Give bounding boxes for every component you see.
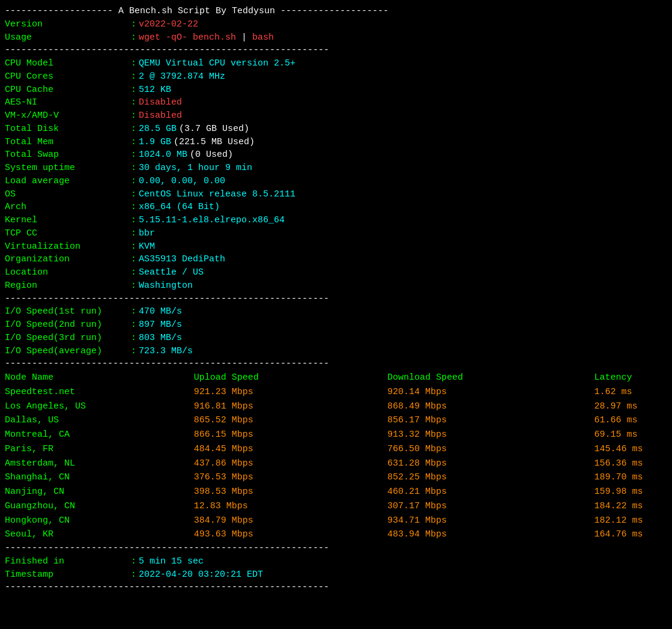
network-latency-6: 189.70 ms bbox=[595, 470, 667, 485]
network-row: Dallas, US865.52 Mbps856.17 Mbps61.66 ms bbox=[5, 413, 667, 428]
total-swap-row: Total Swap : 1024.0 MB (0 Used) bbox=[5, 148, 667, 162]
location-row: Location : Seattle / US bbox=[5, 266, 667, 279]
network-download-8: 307.17 Mbps bbox=[387, 499, 595, 514]
title-line: -------------------- A Bench.sh Script B… bbox=[5, 5, 667, 18]
uptime-label: System uptime bbox=[5, 162, 131, 175]
version-row: Version : v2022-02-22 bbox=[5, 18, 667, 31]
network-latency-4: 145.46 ms bbox=[595, 442, 667, 457]
network-node-6: Shanghai, CN bbox=[5, 470, 194, 485]
timestamp-value: 2022-04-20 03:20:21 EDT bbox=[139, 568, 263, 582]
tcp-row: TCP CC : bbr bbox=[5, 227, 667, 240]
cpu-cache-row: CPU Cache : 512 KB bbox=[5, 84, 667, 97]
network-download-7: 460.21 Mbps bbox=[387, 485, 595, 499]
divider-4: ----------------------------------------… bbox=[5, 542, 667, 555]
os-label: OS bbox=[5, 188, 131, 201]
io-run2-value: 897 MB/s bbox=[139, 318, 182, 332]
total-disk-row: Total Disk : 28.5 GB (3.7 GB Used) bbox=[5, 123, 667, 136]
virt-label: Virtualization bbox=[5, 240, 131, 254]
network-node-9: Hongkong, CN bbox=[5, 514, 194, 528]
network-download-6: 852.25 Mbps bbox=[387, 470, 595, 485]
total-mem-extra: (221.5 MB Used) bbox=[174, 136, 255, 149]
col-latency-header: Latency bbox=[595, 371, 667, 385]
network-upload-6: 376.53 Mbps bbox=[194, 470, 387, 485]
version-label: Version bbox=[5, 18, 131, 31]
cpu-cache-value: 512 KB bbox=[139, 84, 171, 97]
network-row: Paris, FR484.45 Mbps766.50 Mbps145.46 ms bbox=[5, 442, 667, 457]
network-row: Speedtest.net921.23 Mbps920.14 Mbps1.62 … bbox=[5, 385, 667, 400]
col-upload-header: Upload Speed bbox=[194, 371, 387, 385]
io-run1-value: 470 MB/s bbox=[139, 305, 182, 318]
network-upload-9: 384.79 Mbps bbox=[194, 514, 387, 528]
network-upload-5: 437.86 Mbps bbox=[194, 457, 387, 471]
divider-1: ----------------------------------------… bbox=[5, 44, 667, 57]
io-run2-row: I/O Speed(2nd run) : 897 MB/s bbox=[5, 318, 667, 332]
network-upload-8: 12.83 Mbps bbox=[194, 499, 387, 514]
network-upload-2: 865.52 Mbps bbox=[194, 413, 387, 428]
aes-ni-row: AES-NI : Disabled bbox=[5, 96, 667, 109]
virt-row: Virtualization : KVM bbox=[5, 240, 667, 254]
cpu-model-row: CPU Model : QEMU Virtual CPU version 2.5… bbox=[5, 57, 667, 70]
network-upload-1: 916.81 Mbps bbox=[194, 400, 387, 414]
kernel-label: Kernel bbox=[5, 214, 131, 227]
virt-value: KVM bbox=[139, 240, 155, 254]
total-mem-value: 1.9 GB bbox=[139, 136, 171, 149]
io-run2-label: I/O Speed(2nd run) bbox=[5, 318, 131, 332]
total-mem-label: Total Mem bbox=[5, 136, 131, 149]
total-swap-value: 1024.0 MB bbox=[139, 148, 187, 162]
finished-row: Finished in : 5 min 15 sec bbox=[5, 555, 667, 568]
io-run1-label: I/O Speed(1st run) bbox=[5, 305, 131, 318]
org-value: AS35913 DediPath bbox=[139, 253, 225, 266]
usage-row: Usage : wget -qO- bench.sh | bash bbox=[5, 31, 667, 44]
os-value: CentOS Linux release 8.5.2111 bbox=[139, 188, 295, 201]
vm-row: VM-x/AMD-V : Disabled bbox=[5, 109, 667, 123]
cpu-model-label: CPU Model bbox=[5, 57, 131, 70]
kernel-value: 5.15.11-1.el8.elrepo.x86_64 bbox=[139, 214, 285, 227]
network-download-1: 868.49 Mbps bbox=[387, 400, 595, 414]
network-row: Seoul, KR493.63 Mbps483.94 Mbps164.76 ms bbox=[5, 527, 667, 542]
arch-value: x86_64 (64 Bit) bbox=[139, 201, 220, 214]
load-value: 0.00, 0.00, 0.00 bbox=[139, 175, 225, 188]
cpu-cores-label: CPU Cores bbox=[5, 70, 131, 84]
network-upload-4: 484.45 Mbps bbox=[194, 442, 387, 457]
network-row: Nanjing, CN398.53 Mbps460.21 Mbps159.98 … bbox=[5, 485, 667, 499]
version-value: v2022-02-22 bbox=[139, 18, 198, 31]
network-table: Node Name Upload Speed Download Speed La… bbox=[5, 371, 667, 542]
finished-value: 5 min 15 sec bbox=[139, 555, 204, 568]
usage-label: Usage bbox=[5, 31, 131, 44]
network-download-4: 766.50 Mbps bbox=[387, 442, 595, 457]
load-row: Load average : 0.00, 0.00, 0.00 bbox=[5, 175, 667, 188]
network-row: Hongkong, CN384.79 Mbps934.71 Mbps182.12… bbox=[5, 514, 667, 528]
network-row: Montreal, CA866.15 Mbps913.32 Mbps69.15 … bbox=[5, 428, 667, 442]
arch-label: Arch bbox=[5, 201, 131, 214]
network-node-0: Speedtest.net bbox=[5, 385, 194, 400]
network-upload-7: 398.53 Mbps bbox=[194, 485, 387, 499]
os-row: OS : CentOS Linux release 8.5.2111 bbox=[5, 188, 667, 201]
total-swap-extra: (0 Used) bbox=[190, 148, 233, 162]
vm-label: VM-x/AMD-V bbox=[5, 109, 131, 123]
network-download-5: 631.28 Mbps bbox=[387, 457, 595, 471]
timestamp-label: Timestamp bbox=[5, 568, 131, 582]
region-label: Region bbox=[5, 279, 131, 293]
aes-ni-value: Disabled bbox=[139, 96, 182, 109]
network-row: Guangzhou, CN12.83 Mbps307.17 Mbps184.22… bbox=[5, 499, 667, 514]
divider-2: ----------------------------------------… bbox=[5, 293, 667, 306]
io-run3-row: I/O Speed(3rd run) : 803 MB/s bbox=[5, 332, 667, 345]
col-download-header: Download Speed bbox=[387, 371, 595, 385]
tcp-label: TCP CC bbox=[5, 227, 131, 240]
region-row: Region : Washington bbox=[5, 279, 667, 293]
arch-row: Arch : x86_64 (64 Bit) bbox=[5, 201, 667, 214]
network-download-10: 483.94 Mbps bbox=[387, 527, 595, 542]
network-row: Amsterdam, NL437.86 Mbps631.28 Mbps156.3… bbox=[5, 457, 667, 471]
org-row: Organization : AS35913 DediPath bbox=[5, 253, 667, 266]
divider-5: ----------------------------------------… bbox=[5, 581, 667, 594]
io-avg-value: 723.3 MB/s bbox=[139, 345, 193, 358]
aes-ni-label: AES-NI bbox=[5, 96, 131, 109]
divider-3: ----------------------------------------… bbox=[5, 357, 667, 371]
cpu-cores-row: CPU Cores : 2 @ 3792.874 MHz bbox=[5, 70, 667, 84]
cpu-cache-label: CPU Cache bbox=[5, 84, 131, 97]
io-run3-value: 803 MB/s bbox=[139, 332, 182, 345]
io-run3-label: I/O Speed(3rd run) bbox=[5, 332, 131, 345]
org-label: Organization bbox=[5, 253, 131, 266]
network-latency-1: 28.97 ms bbox=[595, 400, 667, 414]
total-disk-value: 28.5 GB bbox=[139, 123, 177, 136]
